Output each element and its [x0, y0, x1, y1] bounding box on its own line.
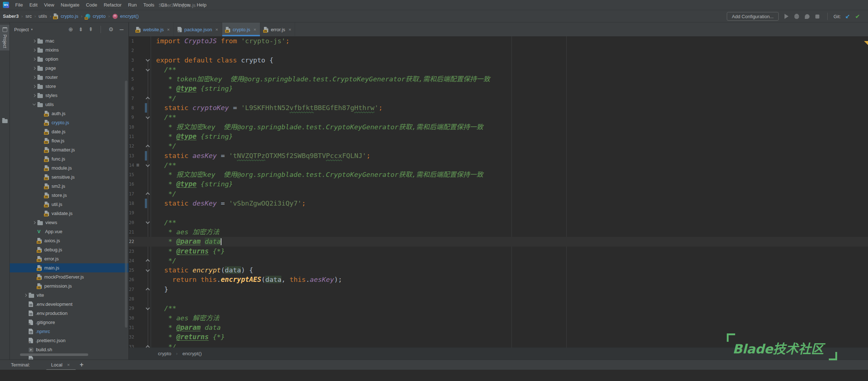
chevron-right-icon[interactable]	[31, 85, 37, 88]
close-icon[interactable]: ×	[67, 362, 70, 368]
debug-button[interactable]	[794, 14, 799, 19]
tree-item-error.js[interactable]: error.js	[10, 254, 129, 263]
close-tab-icon[interactable]: ×	[253, 27, 256, 32]
tree-item-permission.js[interactable]: permission.js	[10, 281, 129, 291]
breadcrumb-item[interactable]: Saber3	[3, 13, 19, 19]
code-line-7[interactable]: 7 */	[129, 94, 868, 103]
tree-item-build.sh[interactable]: build.sh	[10, 345, 129, 354]
breadcrumb-item[interactable]: encrypt()	[120, 13, 139, 19]
fold-end-icon[interactable]	[145, 256, 151, 266]
code-line-32[interactable]: 32 * @returns {*}	[129, 332, 868, 342]
code-line-29[interactable]: 29 /**	[129, 304, 868, 313]
code-line-24[interactable]: 24 */	[129, 256, 868, 266]
tree-item-func.js[interactable]: func.js	[10, 154, 129, 163]
breadcrumb-item[interactable]: utils	[38, 13, 47, 19]
tree-item-store.js[interactable]: store.js	[10, 191, 129, 200]
tree-item-option[interactable]: option	[10, 54, 129, 64]
code-line-13[interactable]: 13 static aesKey = 'tNVZQTPzOTXMSf2SWBq9…	[129, 151, 868, 161]
collapse-all-icon[interactable]: ⇞	[89, 27, 93, 32]
tab-crypto.js[interactable]: crypto.js×	[222, 23, 260, 36]
tree-item-util.js[interactable]: util.js	[10, 200, 129, 209]
tree-item-styles[interactable]: styles	[10, 91, 129, 100]
chevron-right-icon[interactable]	[31, 222, 37, 224]
fold-collapse-icon[interactable]	[145, 56, 151, 65]
tree-item-flow.js[interactable]: flow.js	[10, 136, 129, 145]
code-area[interactable]: 1import CryptoJS from 'crypto-js';23expo…	[129, 36, 868, 348]
code-line-1[interactable]: 1import CryptoJS from 'crypto-js';	[129, 36, 868, 46]
tree-item-validate.js[interactable]: validate.js	[10, 209, 129, 218]
code-line-23[interactable]: 23 * @returns {*}	[129, 247, 868, 256]
code-line-4[interactable]: 4 /**	[129, 65, 868, 74]
tree-item-mixins[interactable]: mixins	[10, 45, 129, 54]
code-line-28[interactable]: 28	[129, 294, 868, 304]
code-line-22[interactable]: 22 * @param data	[129, 237, 868, 246]
code-line-5[interactable]: 5 * token加密key 使用@org.springblade.test.C…	[129, 74, 868, 84]
tree-item-formatter.js[interactable]: formatter.js	[10, 145, 129, 154]
tree-item-.prettierrc.json[interactable]: .prettierrc.json	[10, 336, 129, 345]
menu-navigate[interactable]: Navigate	[57, 0, 82, 10]
fold-collapse-icon[interactable]	[145, 113, 151, 122]
code-line-27[interactable]: 27 }	[129, 285, 868, 294]
breadcrumb-item[interactable]: crypto.js	[61, 13, 78, 19]
breadcrumb-item[interactable]: crypto	[93, 13, 106, 19]
fold-end-icon[interactable]	[145, 141, 151, 151]
tree-item-vite[interactable]: vite	[10, 291, 129, 300]
tab-error.js[interactable]: error.js×	[260, 23, 295, 36]
code-line-21[interactable]: 21 * aes 加密方法	[129, 227, 868, 237]
terminal-content[interactable]	[0, 370, 868, 381]
tree-item-module.js[interactable]: module.js	[10, 163, 129, 173]
code-line-17[interactable]: 17 */	[129, 189, 868, 199]
tree-item-.env.production[interactable]: .env.production	[10, 309, 129, 318]
tree-item-utils[interactable]: utils	[10, 100, 129, 109]
tree-item-mac[interactable]: mac	[10, 36, 129, 45]
code-line-12[interactable]: 12 */	[129, 141, 868, 151]
menu-help[interactable]: Help	[193, 0, 210, 10]
chevron-right-icon[interactable]	[31, 58, 37, 60]
add-terminal-icon[interactable]: +	[80, 361, 83, 369]
code-line-26[interactable]: 26 return this.encryptAES(data, this.aes…	[129, 275, 868, 284]
tree-item-router[interactable]: router	[10, 73, 129, 82]
chevron-down-icon[interactable]	[31, 104, 37, 105]
chevron-right-icon[interactable]	[31, 67, 37, 69]
code-line-14[interactable]: ≣14 /**	[129, 161, 868, 170]
breadcrumb-item[interactable]: src	[25, 13, 32, 19]
project-tool-tab[interactable]: Project	[0, 25, 9, 50]
locate-icon[interactable]: ⊕	[69, 27, 73, 32]
close-tab-icon[interactable]: ×	[215, 27, 218, 32]
tree-item-views[interactable]: views	[10, 218, 129, 227]
tree-item-axios.js[interactable]: axios.js	[10, 236, 129, 245]
code-line-31[interactable]: 31 * @param data	[129, 323, 868, 332]
menu-code[interactable]: Code	[83, 0, 101, 10]
code-line-3[interactable]: 3export default class crypto {	[129, 56, 868, 65]
tab-package.json[interactable]: package.json×	[174, 23, 222, 36]
editor-breadcrumb-item[interactable]: encrypt()	[183, 351, 202, 356]
chevron-right-icon[interactable]	[31, 49, 37, 51]
tree-item-crypto.js[interactable]: crypto.js	[10, 118, 129, 127]
chevron-right-icon[interactable]	[31, 94, 37, 97]
code-line-16[interactable]: 16 * @type {string}	[129, 179, 868, 189]
fold-end-icon[interactable]	[145, 285, 151, 294]
code-line-9[interactable]: 9 /**	[129, 113, 868, 122]
stop-button[interactable]	[815, 15, 819, 19]
menu-refactor[interactable]: Refactor	[101, 0, 125, 10]
tree-item-page[interactable]: page	[10, 64, 129, 73]
code-line-25[interactable]: 25 static encrypt(data) {	[129, 266, 868, 275]
fold-collapse-icon[interactable]	[145, 266, 151, 275]
fold-end-icon[interactable]	[145, 189, 151, 199]
add-configuration-button[interactable]: Add Configuration...	[727, 12, 779, 21]
tab-website.js[interactable]: website.js×	[133, 23, 174, 36]
close-tab-icon[interactable]: ×	[167, 27, 170, 32]
code-line-11[interactable]: 11 * @type {string}	[129, 132, 868, 141]
profiler-button[interactable]	[805, 14, 810, 19]
code-editor[interactable]: 1import CryptoJS from 'crypto-js';23expo…	[129, 36, 868, 348]
tree-item-App.vue[interactable]: App.vue	[10, 227, 129, 236]
expand-all-icon[interactable]: ⇟	[78, 27, 83, 32]
code-line-19[interactable]: 19	[129, 208, 868, 218]
tree-item-main.js[interactable]: main.js	[10, 263, 129, 272]
editor-breadcrumb-item[interactable]: crypto	[158, 351, 171, 356]
code-line-6[interactable]: 6 * @type {string}	[129, 84, 868, 93]
hide-icon[interactable]: −	[119, 27, 124, 33]
tree-item-mockProdServer.js[interactable]: mockProdServer.js	[10, 272, 129, 281]
fold-collapse-icon[interactable]	[145, 161, 151, 170]
tree-item-.gitignore[interactable]: .gitignore	[10, 318, 129, 327]
